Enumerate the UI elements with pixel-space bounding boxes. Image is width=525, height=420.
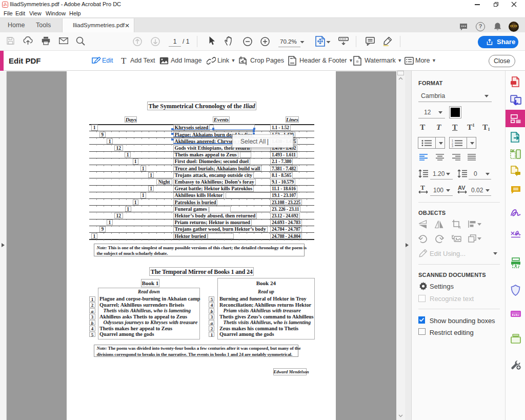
svg-text:AV: AV [458, 185, 466, 191]
svg-text:3: 3 [452, 145, 453, 147]
svg-text:T: T [420, 185, 425, 191]
